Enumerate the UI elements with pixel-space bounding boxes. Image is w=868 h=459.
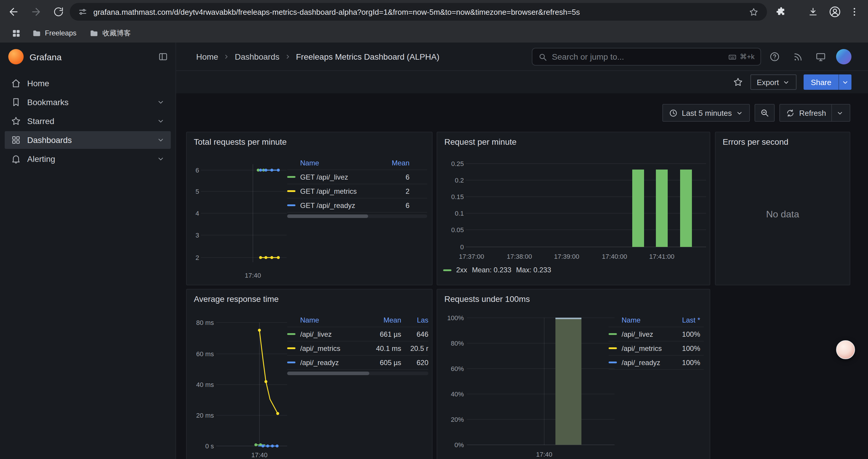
grafana-logo[interactable] xyxy=(8,49,24,64)
breadcrumb-dashboards[interactable]: Dashboards xyxy=(235,52,279,61)
zoom-out-button[interactable] xyxy=(755,104,775,122)
legend-col-last[interactable]: Last * xyxy=(668,316,704,324)
dashboards-grid-icon xyxy=(11,135,21,145)
refresh-picker[interactable]: Refresh xyxy=(780,104,850,122)
chevron-down-icon[interactable] xyxy=(157,98,165,106)
series-name[interactable]: /api/_metrics xyxy=(622,344,668,352)
help-button[interactable] xyxy=(769,51,780,63)
extensions-button[interactable] xyxy=(774,5,788,19)
sidebar-item-starred[interactable]: Starred xyxy=(5,112,171,130)
star-icon xyxy=(733,77,743,88)
legend-col-mean[interactable]: Mean xyxy=(392,159,427,167)
breadcrumb-home[interactable]: Home xyxy=(196,52,218,61)
series-swatch xyxy=(609,347,617,349)
rss-icon xyxy=(793,52,803,62)
legend-col-name[interactable]: Name xyxy=(622,316,668,324)
legend-row: /api/_readyz 605 µs 620 xyxy=(287,356,428,370)
bookmark-star-icon[interactable] xyxy=(749,7,759,17)
bookmark-label: 收藏博客 xyxy=(102,28,131,38)
y-tick: 2 xyxy=(187,254,199,262)
favorite-star-button[interactable] xyxy=(733,77,743,88)
series-name[interactable]: /api/_livez xyxy=(300,330,363,338)
search-input[interactable] xyxy=(552,52,723,61)
legend-col-name[interactable]: Name xyxy=(300,316,363,324)
url-text[interactable]: grafana.mathmast.com/d/deytv4rwavabkb/fr… xyxy=(93,7,743,16)
series-name[interactable]: /api/_readyz xyxy=(622,358,668,366)
legend-col-mean[interactable]: Mean xyxy=(363,316,401,324)
chevron-down-icon xyxy=(841,78,849,86)
series-swatch xyxy=(609,362,617,363)
series-name[interactable]: 2xx xyxy=(456,266,467,274)
legend-scrollbar-thumb[interactable] xyxy=(287,371,369,375)
panel-title[interactable]: Requests under 100ms xyxy=(444,294,530,304)
address-bar[interactable]: grafana.mathmast.com/d/deytv4rwavabkb/fr… xyxy=(70,3,767,21)
chevron-down-icon xyxy=(783,78,790,86)
user-avatar[interactable] xyxy=(836,49,851,64)
grafana-app: Grafana Home Bookmarks Starred xyxy=(0,42,868,459)
profile-button[interactable] xyxy=(828,5,842,19)
panel-title[interactable]: Errors per second xyxy=(723,137,788,146)
time-range-picker[interactable]: Last 5 minutes xyxy=(662,104,750,122)
series-last: 620 xyxy=(401,358,428,366)
dashboard-actions: Export Share xyxy=(176,71,868,93)
forward-button[interactable] xyxy=(27,3,45,21)
panel-title[interactable]: Request per minute xyxy=(444,137,517,146)
share-button[interactable]: Share xyxy=(804,74,838,90)
reload-icon xyxy=(53,6,64,17)
main-area: Home Dashboards Freeleaps Metrics Dashbo… xyxy=(176,42,868,459)
series-swatch xyxy=(287,347,296,349)
y-tick: 0.25 xyxy=(437,160,464,168)
series-mean: 40.1 ms xyxy=(363,344,401,352)
panel-title[interactable]: Average response time xyxy=(194,294,279,304)
series-name[interactable]: /api/_readyz xyxy=(300,358,363,366)
y-tick: 3 xyxy=(187,231,199,239)
back-button[interactable] xyxy=(5,3,23,21)
sidebar-item-alerting[interactable]: Alerting xyxy=(5,150,171,168)
puzzle-icon xyxy=(776,6,786,17)
y-tick: 20% xyxy=(437,415,464,424)
series-last: 20.5 r xyxy=(401,344,428,352)
news-button[interactable] xyxy=(792,51,804,63)
series-name[interactable]: /api/_livez xyxy=(622,330,668,338)
reload-button[interactable] xyxy=(50,3,67,21)
collapse-sidebar-button[interactable] xyxy=(158,52,168,62)
legend-col-name[interactable]: Name xyxy=(300,159,319,167)
search-shortcut: ⌘+k xyxy=(728,52,754,61)
x-tick: 17:37:00 xyxy=(455,252,488,261)
apps-grid-icon xyxy=(11,28,21,38)
series-name[interactable]: GET /api/_readyz xyxy=(300,201,355,209)
refresh-interval-button[interactable] xyxy=(831,104,844,121)
bookmark-folder-freeleaps[interactable]: Freeleaps xyxy=(27,26,81,40)
downloads-button[interactable] xyxy=(806,5,820,19)
series-name[interactable]: GET /api/_metrics xyxy=(300,187,357,195)
apps-shortcut-button[interactable] xyxy=(8,25,24,41)
chevron-down-icon[interactable] xyxy=(157,117,165,125)
home-icon xyxy=(11,78,21,89)
search-box: ⌘+k xyxy=(532,48,761,66)
series-name[interactable]: /api/_metrics xyxy=(300,344,363,352)
export-button[interactable]: Export xyxy=(750,74,797,90)
legend-col-last[interactable]: Las xyxy=(401,316,428,324)
sidebar-item-label: Dashboards xyxy=(27,135,72,145)
site-settings-icon[interactable] xyxy=(78,7,88,17)
sidebar-item-dashboards[interactable]: Dashboards xyxy=(5,131,171,149)
legend-scrollbar-thumb[interactable] xyxy=(287,215,368,218)
share-menu-button[interactable] xyxy=(838,74,851,90)
chevron-down-icon[interactable] xyxy=(157,136,165,144)
folder-icon xyxy=(90,28,99,38)
series-name[interactable]: GET /api/_livez xyxy=(300,173,348,181)
display-button[interactable] xyxy=(815,51,827,63)
panel-total-requests: Total requests per minute 6 5 4 3 2 xyxy=(186,132,433,285)
browser-menu-button[interactable] xyxy=(847,5,862,19)
sidebar-item-home[interactable]: Home xyxy=(5,74,171,92)
floating-assistant-avatar[interactable] xyxy=(836,340,855,359)
shortcut-label: ⌘+k xyxy=(740,53,754,61)
export-label: Export xyxy=(756,78,779,87)
app-header: Home Dashboards Freeleaps Metrics Dashbo… xyxy=(176,42,868,71)
bookmark-folder-blogs[interactable]: 收藏博客 xyxy=(85,26,135,40)
series-max: Max: 0.233 xyxy=(516,266,551,274)
chevron-down-icon[interactable] xyxy=(157,155,165,163)
sidebar-item-bookmarks[interactable]: Bookmarks xyxy=(5,93,171,111)
panel-title[interactable]: Total requests per minute xyxy=(194,137,286,146)
y-tick: 0.05 xyxy=(437,226,464,234)
